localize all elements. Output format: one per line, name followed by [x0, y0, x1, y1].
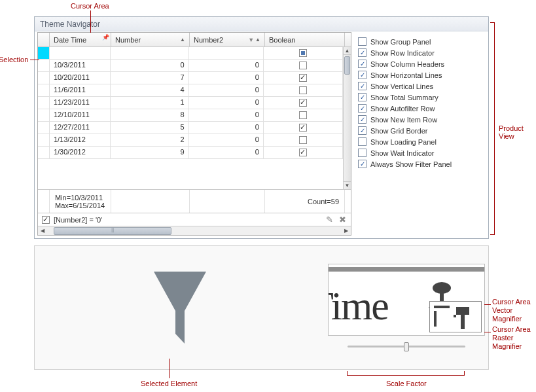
option-item[interactable]: Show Group Panel [357, 36, 486, 47]
column-header-boolean[interactable]: Boolean [265, 33, 345, 46]
cell-number2[interactable]: 0 [189, 109, 264, 121]
table-row[interactable]: 11/6/201140 [38, 84, 343, 97]
option-item[interactable]: Show Grid Border [357, 125, 486, 136]
scroll-up-icon[interactable]: ▲ [344, 47, 351, 55]
checkbox-icon[interactable] [299, 124, 307, 132]
table-row[interactable]: 10/3/201100 [38, 60, 343, 72]
checkbox-icon[interactable] [358, 60, 366, 68]
cell-datetime[interactable]: 10/20/2011 [50, 72, 111, 84]
cell-boolean[interactable] [264, 147, 343, 158]
checkbox-icon[interactable] [299, 149, 307, 156]
cell-datetime[interactable]: 11/6/2011 [50, 84, 111, 96]
table-row[interactable]: 12/27/201150 [38, 122, 343, 134]
cell-datetime[interactable]: 10/3/2011 [50, 60, 111, 71]
scroll-thumb[interactable] [344, 56, 350, 75]
option-item[interactable]: Show Wait Indicator [357, 147, 486, 158]
checkbox-icon[interactable] [358, 115, 366, 124]
option-item[interactable]: Show Vertical Lines [357, 80, 486, 92]
filter-expression[interactable]: [Number2] = '0' [54, 216, 102, 224]
cell-number[interactable]: 5 [111, 122, 188, 134]
table-row[interactable]: 10/20/201170 [38, 72, 343, 84]
scroll-down-icon[interactable]: ▼ [344, 181, 351, 189]
option-item[interactable]: Show Autofilter Row [357, 103, 486, 114]
checkbox-icon[interactable] [358, 137, 366, 146]
cell-number2[interactable]: 0 [189, 60, 264, 71]
cell-datetime[interactable]: 1/13/2012 [50, 134, 111, 146]
cell-number2[interactable]: 0 [189, 84, 264, 96]
annotation-product-view: Product View [499, 124, 536, 140]
option-item[interactable]: Show Column Headers [357, 58, 486, 69]
column-header-label: Date Time [54, 36, 86, 44]
cell-boolean[interactable] [264, 109, 343, 121]
autofilter-row[interactable] [38, 47, 343, 60]
cell-datetime[interactable]: 12/27/2011 [50, 122, 111, 134]
checkbox-icon[interactable] [358, 48, 366, 57]
checkbox-icon[interactable] [299, 86, 307, 94]
cell-boolean[interactable] [264, 134, 343, 146]
checkbox-icon[interactable] [299, 99, 307, 107]
scroll-thumb[interactable] [54, 227, 171, 235]
horizontal-scrollbar[interactable]: ◀ ▶ [38, 226, 351, 235]
slider-knob[interactable] [404, 342, 409, 351]
option-item[interactable]: Show New Item Row [357, 114, 486, 125]
cell-number[interactable]: 4 [111, 84, 188, 96]
option-item[interactable]: Show Row Indicator [357, 47, 486, 58]
table-row[interactable]: 1/30/201290 [38, 147, 343, 159]
cell-boolean[interactable] [264, 72, 343, 84]
checkbox-icon[interactable] [358, 93, 366, 101]
scroll-left-icon[interactable]: ◀ [38, 226, 47, 236]
autofilter-cell-datetime[interactable] [50, 47, 111, 59]
scroll-right-icon[interactable]: ▶ [342, 226, 351, 236]
cell-datetime[interactable]: 12/10/2011 [50, 109, 111, 121]
option-item[interactable]: Show Total Summary [357, 92, 486, 103]
column-header-datetime[interactable]: Date Time 📌 [50, 33, 111, 46]
checkbox-indeterminate-icon[interactable] [299, 49, 307, 57]
checkbox-icon[interactable] [358, 160, 366, 168]
autofilter-cell-boolean[interactable] [264, 47, 343, 59]
cell-number[interactable]: 7 [111, 72, 188, 84]
table-row[interactable]: 1/13/201220 [38, 134, 343, 147]
autofilter-cell-number2[interactable] [189, 47, 264, 59]
checkbox-icon[interactable] [358, 126, 366, 135]
scale-factor-slider[interactable] [348, 341, 465, 351]
cell-boolean[interactable] [264, 97, 343, 109]
row-indicator [38, 147, 50, 158]
cell-boolean[interactable] [264, 122, 343, 134]
cell-number[interactable]: 9 [111, 147, 188, 158]
table-row[interactable]: 11/23/201110 [38, 97, 343, 109]
option-item[interactable]: Show Horizontal Lines [357, 69, 486, 80]
vertical-scrollbar[interactable]: ▲ ▼ [343, 47, 351, 189]
column-header-number[interactable]: Number ▲ [111, 33, 190, 46]
checkbox-icon[interactable] [299, 74, 307, 82]
cell-number2[interactable]: 0 [189, 97, 264, 109]
row-indicator [38, 122, 50, 134]
cell-number2[interactable]: 0 [189, 147, 264, 158]
cell-number[interactable]: 0 [111, 60, 188, 71]
table-row[interactable]: 12/10/201180 [38, 109, 343, 122]
checkbox-icon[interactable] [358, 71, 366, 79]
cell-datetime[interactable]: 1/30/2012 [50, 147, 111, 158]
checkbox-icon[interactable] [358, 37, 366, 46]
checkbox-icon[interactable] [299, 62, 307, 69]
clear-filter-icon[interactable]: ✖ [338, 215, 347, 224]
autofilter-cell-number[interactable] [111, 47, 188, 59]
cell-boolean[interactable] [264, 84, 343, 96]
checkbox-icon[interactable] [299, 136, 307, 144]
checkbox-icon[interactable] [358, 82, 366, 90]
column-header-number2[interactable]: Number2 ▼ ▲ [190, 33, 265, 46]
option-item[interactable]: Show Loading Panel [357, 136, 486, 147]
cell-datetime[interactable]: 11/23/2011 [50, 97, 111, 109]
cell-number2[interactable]: 0 [189, 122, 264, 134]
checkbox-icon[interactable] [358, 104, 366, 113]
filter-enabled-checkbox[interactable] [42, 216, 50, 224]
cell-number[interactable]: 2 [111, 134, 188, 146]
cell-number[interactable]: 8 [111, 109, 188, 121]
cell-number2[interactable]: 0 [189, 72, 264, 84]
option-item[interactable]: Always Show Filter Panel [357, 158, 486, 169]
cell-number[interactable]: 1 [111, 97, 188, 109]
checkbox-icon[interactable] [358, 149, 366, 157]
checkbox-icon[interactable] [299, 111, 307, 119]
cell-boolean[interactable] [264, 60, 343, 71]
cell-number2[interactable]: 0 [189, 134, 264, 146]
edit-filter-icon[interactable]: ✎ [325, 215, 334, 224]
